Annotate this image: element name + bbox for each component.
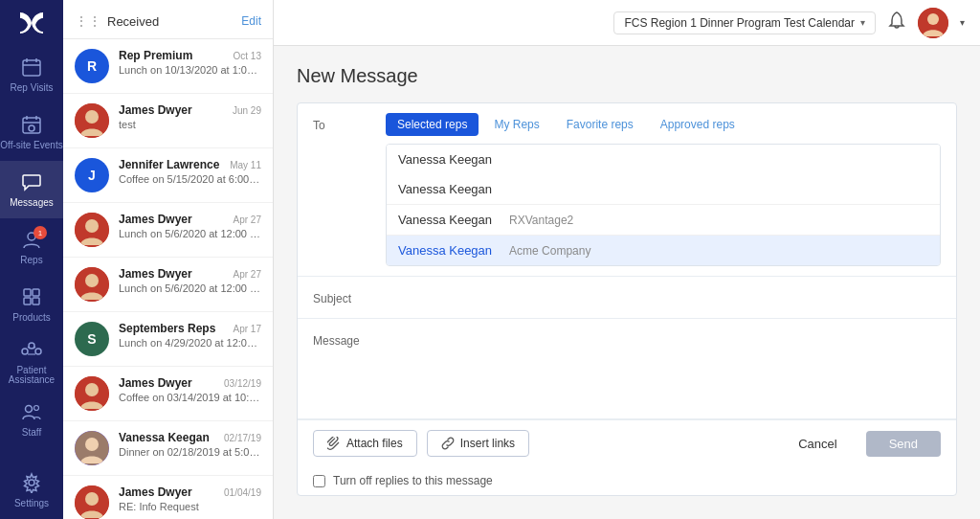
message-content: James Dwyer 01/04/19 RE: Info Request [119,485,261,512]
drag-handle-icon: ⋮⋮ [75,13,101,29]
recipient-detail: RXVantage2 [509,214,573,227]
message-item[interactable]: James Dwyer 01/04/19 RE: Info Request [63,476,273,519]
nav-label-staff: Staff [22,428,41,438]
tab-approved-reps[interactable]: Approved reps [649,113,746,136]
message-content: Jennifer Lawrence May 11 Coffee on 5/15/… [119,158,261,185]
message-item[interactable]: James Dwyer Apr 27 Lunch on 5/6/2020 at … [63,258,273,312]
tab-selected-reps[interactable]: Selected reps [386,113,479,136]
nav-item-patient-assistance[interactable]: Patient Assistance [0,333,63,391]
send-button[interactable]: Send [866,431,941,457]
recipient-detail: Acme Company [509,244,590,258]
sender-name: James Dwyer [119,213,192,226]
svg-point-24 [85,110,99,124]
checkbox-row: Turn off replies to this message [298,466,956,495]
sidebar-received-label: Received [107,14,159,29]
nav-item-staff[interactable]: Staff [0,391,63,448]
insert-links-button[interactable]: Insert links [427,430,529,457]
user-menu-chevron-icon[interactable]: ▾ [960,17,965,28]
cancel-button[interactable]: Cancel [779,431,856,457]
avatar [75,376,109,411]
nav-label-off-site-events: Off-site Events [0,141,62,150]
nav-label-rep-visits: Rep Visits [11,83,54,93]
user-avatar[interactable] [918,8,948,38]
recipient-name: Vanessa Keegan [398,243,492,258]
to-field: Selected reps My Reps Favorite reps Appr… [386,113,941,266]
message-field [386,328,941,409]
message-preview: Coffee on 5/15/2020 at 6:00 PM [119,173,261,185]
calendar-selector[interactable]: FCS Region 1 Dinner Program Test Calenda… [613,11,876,34]
message-content: James Dwyer Jun 29 test [119,103,261,130]
main-content: FCS Region 1 Dinner Program Test Calenda… [274,0,980,519]
message-textarea[interactable] [386,328,941,405]
sender-name: Septembers Reps [119,322,215,335]
recipient-option[interactable]: Vanessa Keegan RXVantage2 [387,205,940,236]
avatar [75,213,109,247]
messages-sidebar: ⋮⋮ Received Edit R Rep Premium Oct 13 Lu… [63,0,274,519]
turn-off-replies-checkbox[interactable] [313,475,325,487]
message-date: 02/17/19 [224,433,261,443]
svg-rect-10 [24,289,31,296]
tab-favorite-reps[interactable]: Favorite reps [555,113,645,136]
subject-field [386,286,941,308]
message-date: Apr 17 [234,324,261,334]
svg-rect-12 [24,298,31,305]
svg-point-36 [927,13,939,25]
message-item[interactable]: J Jennifer Lawrence May 11 Coffee on 5/1… [63,148,273,203]
message-item[interactable]: R Rep Premium Oct 13 Lunch on 10/13/2020… [63,39,273,94]
message-item[interactable]: Vanessa Keegan 02/17/19 Dinner on 02/18/… [63,421,273,476]
message-preview: Lunch on 4/29/2020 at 12:00 PM [119,337,261,349]
message-date: Jun 29 [233,105,261,116]
message-content: Septembers Reps Apr 17 Lunch on 4/29/202… [119,322,261,349]
svg-point-34 [85,492,99,506]
recipient-search-input[interactable] [387,145,940,174]
app-logo [0,0,63,46]
turn-off-replies-label: Turn off replies to this message [333,474,493,487]
recipient-option[interactable]: Vanessa Keegan [387,174,940,205]
calendar-chevron-icon: ▾ [860,17,865,28]
message-date: 01/04/19 [224,487,261,498]
recipient-name: Vanessa Keegan [398,182,492,196]
svg-point-21 [34,406,39,411]
sidebar-title: ⋮⋮ Received [75,13,159,29]
message-content: James Dwyer Apr 27 Lunch on 5/6/2020 at … [119,267,261,294]
message-preview: Dinner on 02/18/2019 at 5:00pm [119,446,261,458]
recipient-dropdown: Vanessa Keegan Vanessa Keegan RXVantage2… [386,144,941,266]
message-preview: test [119,119,261,130]
notification-bell-button[interactable] [887,11,906,34]
message-item[interactable]: S Septembers Reps Apr 17 Lunch on 4/29/2… [63,312,273,367]
svg-point-16 [35,349,41,354]
message-preview: Lunch on 5/6/2020 at 12:00 PM [119,282,261,294]
nav-item-off-site-events[interactable]: Off-site Events [0,103,63,161]
sender-name: James Dwyer [119,376,192,390]
sender-name: Vanessa Keegan [119,431,210,444]
avatar [75,485,109,519]
nav-label-settings: Settings [14,499,49,508]
calendar-label: FCS Region 1 Dinner Program Test Calenda… [624,16,855,30]
subject-row: Subject [298,277,956,319]
nav-item-rep-visits[interactable]: Rep Visits [0,46,63,103]
to-row: To Selected reps My Reps Favorite reps A… [298,103,956,277]
nav-item-products[interactable]: Products [0,276,63,333]
sidebar-edit-button[interactable]: Edit [241,14,261,28]
recipient-option-selected[interactable]: Vanessa Keegan Acme Company [387,236,940,265]
tab-my-reps[interactable]: My Reps [482,113,550,136]
nav-item-messages[interactable]: Messages [0,161,63,218]
subject-input[interactable] [386,286,941,308]
nav-item-settings[interactable]: Settings [0,462,63,519]
message-date: Apr 27 [234,214,261,225]
message-item[interactable]: James Dwyer Jun 29 test [63,94,273,148]
attach-files-button[interactable]: Attach files [313,430,417,457]
svg-rect-0 [23,60,40,76]
svg-point-20 [26,406,33,413]
avatar: S [75,322,109,356]
nav-item-reps[interactable]: 1 Reps [0,218,63,276]
message-item[interactable]: James Dwyer 03/12/19 Coffee on 03/14/201… [63,367,273,421]
message-item[interactable]: James Dwyer Apr 27 Lunch on 5/6/2020 at … [63,203,273,258]
sender-name: James Dwyer [119,267,192,281]
svg-point-28 [85,274,99,287]
svg-point-26 [85,219,99,233]
sidebar-header: ⋮⋮ Received Edit [63,0,273,39]
subject-label: Subject [313,286,370,305]
svg-point-32 [85,438,99,451]
message-date: Apr 27 [234,269,261,280]
